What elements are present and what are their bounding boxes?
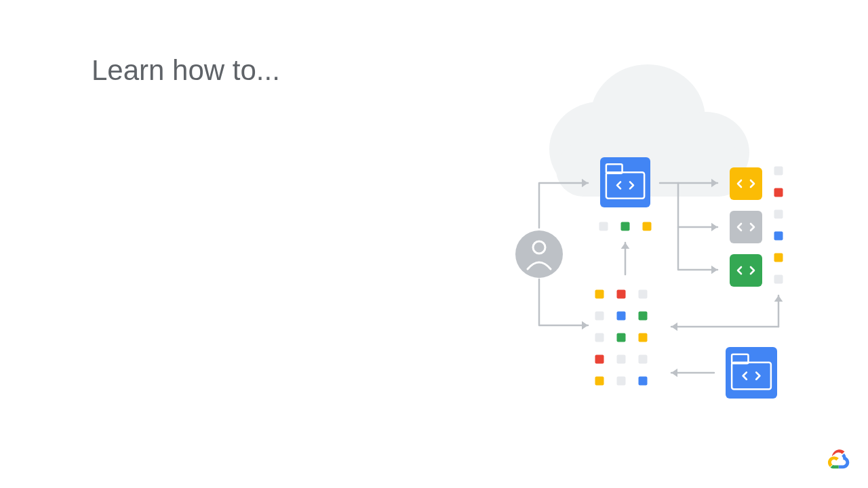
svg-rect-39 [595,333,604,342]
service-primary [600,157,650,207]
svg-rect-37 [617,312,626,321]
svg-rect-30 [774,232,783,241]
service-grey [730,211,762,243]
svg-rect-27 [774,167,783,176]
service-yellow [730,167,762,200]
svg-rect-26 [643,222,652,231]
svg-rect-25 [621,222,630,231]
svg-rect-24 [599,222,608,231]
svg-rect-20 [730,254,762,287]
svg-rect-44 [639,355,648,364]
svg-rect-28 [774,188,783,197]
svg-rect-32 [774,275,783,284]
svg-rect-38 [639,312,648,321]
svg-marker-7 [711,223,717,232]
svg-rect-3 [556,142,746,197]
svg-marker-10 [671,369,677,378]
svg-marker-12 [774,296,783,302]
svg-rect-43 [617,355,626,364]
svg-rect-19 [730,211,762,243]
svg-rect-45 [595,377,604,386]
svg-rect-41 [639,333,648,342]
svg-rect-47 [639,377,648,386]
service-blue-secondary [726,347,777,399]
svg-marker-9 [621,243,630,249]
google-cloud-logo-icon [827,447,851,471]
svg-rect-31 [774,253,783,262]
svg-rect-33 [595,290,604,299]
svg-marker-11 [671,323,677,331]
architecture-diagram [0,0,868,488]
service-green [730,254,762,287]
svg-marker-5 [582,321,588,330]
svg-rect-18 [730,167,762,200]
svg-rect-42 [595,355,604,364]
svg-rect-46 [617,377,626,386]
svg-rect-36 [595,312,604,321]
svg-rect-40 [617,333,626,342]
svg-rect-29 [774,210,783,219]
user-icon [515,230,563,278]
svg-rect-34 [617,290,626,299]
svg-marker-8 [711,266,717,274]
svg-rect-35 [639,290,648,299]
